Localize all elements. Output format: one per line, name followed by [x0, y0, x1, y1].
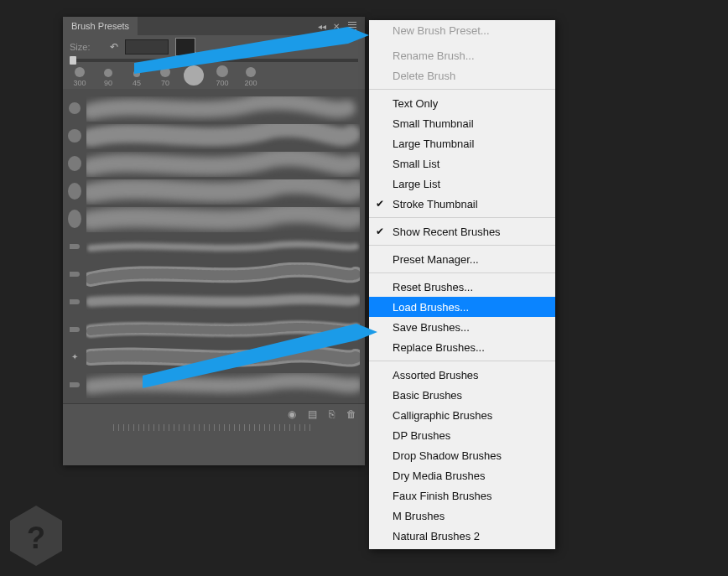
panel-footer: ◉ ▤ ⎘ 🗑	[63, 403, 365, 424]
size-slider[interactable]	[70, 59, 358, 62]
menu-preset-manager[interactable]: Preset Manager...	[369, 249, 555, 269]
reset-size-icon[interactable]: ↶	[110, 41, 118, 53]
brush-preset-item[interactable]	[68, 94, 360, 122]
size-slider-thumb[interactable]	[70, 56, 76, 65]
new-preset-icon[interactable]: ⎘	[329, 408, 335, 420]
brush-preset-item[interactable]	[68, 288, 360, 315]
menu-brush-set[interactable]: Assorted Brushes	[369, 365, 555, 385]
brush-preset-item[interactable]: ✦	[68, 343, 360, 371]
menu-brush-set[interactable]: Natural Brushes 2	[369, 526, 555, 546]
brush-preset-item[interactable]	[68, 205, 360, 232]
panel-header: Brush Presets ◂◂ ✕	[63, 17, 365, 35]
brush-preset-item[interactable]	[68, 149, 360, 177]
menu-separator	[369, 361, 555, 361]
menu-delete-brush[interactable]: Delete Brush	[369, 65, 555, 86]
recent-brush-tip[interactable]: 45	[125, 70, 148, 87]
recent-brush-tip[interactable]: 300	[68, 67, 91, 87]
brush-preset-item[interactable]	[68, 371, 360, 398]
panel-title[interactable]: Brush Presets	[63, 17, 138, 35]
menu-small-thumbnail[interactable]: Small Thumbnail	[369, 113, 555, 133]
menu-load-brushes[interactable]: Load Brushes...	[369, 297, 555, 317]
toggle-preview-icon[interactable]: ◉	[288, 408, 296, 420]
check-icon: ✔	[376, 226, 384, 237]
menu-small-list[interactable]: Small List	[369, 153, 555, 174]
resize-grip[interactable]	[113, 424, 315, 431]
menu-separator	[369, 245, 555, 246]
menu-brush-set[interactable]: DP Brushes	[369, 425, 555, 445]
menu-reset-brushes[interactable]: Reset Brushes...	[369, 277, 555, 297]
brush-preset-list[interactable]: ✦	[63, 89, 365, 403]
recent-brushes-row: 300904570700200	[63, 65, 365, 89]
flyout-menu: New Brush Preset... Rename Brush... Dele…	[369, 20, 555, 549]
svg-text:?: ?	[27, 521, 45, 555]
menu-stroke-thumbnail[interactable]: ✔Stroke Thumbnail	[369, 194, 555, 214]
menu-separator	[369, 272, 555, 273]
menu-brush-set[interactable]: Faux Finish Brushes	[369, 485, 555, 506]
recent-brush-tip[interactable]	[182, 65, 205, 87]
brush-preset-item[interactable]	[68, 315, 360, 343]
recent-brush-tip[interactable]: 200	[239, 67, 263, 87]
size-input[interactable]	[125, 39, 169, 54]
menu-rename-brush[interactable]: Rename Brush...	[369, 45, 555, 65]
menu-brush-set[interactable]: Dry Media Brushes	[369, 465, 555, 485]
menu-save-brushes[interactable]: Save Brushes...	[369, 317, 555, 337]
brush-preset-item[interactable]	[68, 232, 360, 260]
close-icon[interactable]: ✕	[333, 22, 340, 31]
delete-preset-icon[interactable]: 🗑	[346, 408, 356, 420]
menu-show-recent-brushes[interactable]: ✔Show Recent Brushes	[369, 221, 555, 241]
collapse-icon[interactable]: ◂◂	[318, 22, 326, 31]
menu-brush-set[interactable]: Drop Shadow Brushes	[369, 445, 555, 465]
brush-preset-item[interactable]	[68, 260, 360, 288]
menu-new-brush-preset[interactable]: New Brush Preset...	[369, 20, 555, 40]
recent-brush-tip[interactable]: 70	[153, 67, 177, 87]
check-icon: ✔	[376, 198, 384, 210]
recent-brush-tip[interactable]: 90	[96, 69, 120, 87]
watermark-logo: ?	[7, 502, 65, 569]
brush-preview-swatch[interactable]	[175, 38, 195, 56]
flyout-menu-button[interactable]	[346, 17, 358, 35]
menu-separator	[369, 217, 555, 218]
brush-settings-icon[interactable]: ▤	[308, 408, 317, 420]
brush-preset-item[interactable]	[68, 177, 360, 205]
menu-replace-brushes[interactable]: Replace Brushes...	[369, 337, 555, 357]
menu-large-thumbnail[interactable]: Large Thumbnail	[369, 133, 555, 153]
size-label: Size:	[70, 42, 103, 52]
menu-brush-set[interactable]: Calligraphic Brushes	[369, 405, 555, 425]
brush-preset-item[interactable]	[68, 122, 360, 149]
menu-brush-set[interactable]: M Brushes	[369, 506, 555, 526]
size-row: Size: ↶	[63, 35, 365, 59]
brush-presets-panel: Brush Presets ◂◂ ✕ Size: ↶ 3009045707002…	[63, 17, 365, 465]
menu-separator	[369, 89, 555, 90]
recent-brush-tip[interactable]: 700	[211, 65, 234, 87]
menu-brush-set[interactable]: Basic Brushes	[369, 385, 555, 405]
menu-text-only[interactable]: Text Only	[369, 93, 555, 113]
menu-large-list[interactable]: Large List	[369, 174, 555, 194]
